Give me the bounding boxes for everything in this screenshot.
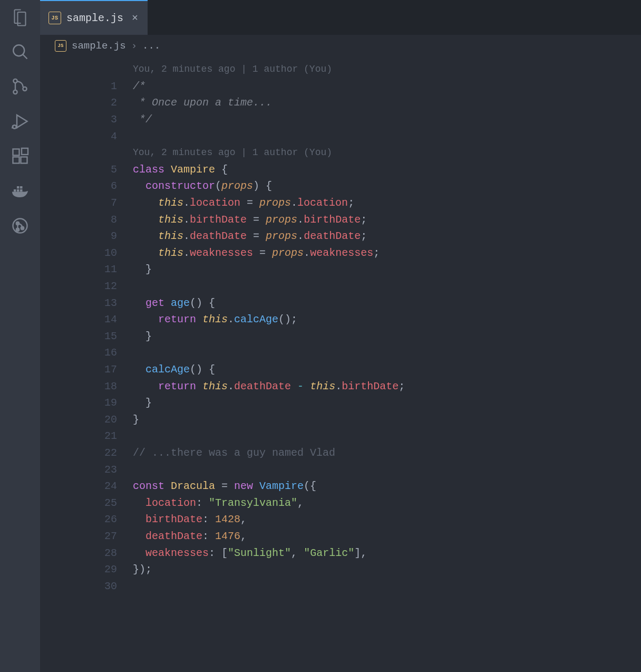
line-number: 23 — [40, 464, 133, 476]
line-number: 13 — [40, 297, 133, 309]
svg-point-4 — [23, 87, 26, 91]
code-editor[interactable]: You, 2 minutes ago | 1 author (You) 1/* … — [40, 57, 641, 672]
editor-group: JS sample.js × JS sample.js › ... You, 2… — [40, 0, 641, 672]
docker-icon[interactable] — [11, 181, 30, 200]
svg-point-3 — [13, 90, 17, 94]
line-number: 30 — [40, 580, 133, 592]
tab-sample-js[interactable]: JS sample.js × — [40, 0, 148, 35]
line-number: 12 — [40, 280, 133, 292]
svg-rect-12 — [20, 189, 23, 192]
svg-point-16 — [16, 222, 19, 225]
line-number: 29 — [40, 563, 133, 575]
line-number: 18 — [40, 380, 133, 392]
line-number: 19 — [40, 397, 133, 409]
svg-rect-13 — [17, 186, 20, 189]
svg-rect-7 — [13, 157, 20, 164]
svg-point-18 — [21, 227, 24, 229]
js-file-icon: JS — [55, 40, 66, 52]
breadcrumb-file: sample.js — [72, 40, 126, 52]
activity-bar — [0, 0, 40, 672]
svg-rect-14 — [20, 186, 23, 189]
run-debug-icon[interactable] — [11, 112, 30, 131]
svg-rect-9 — [22, 148, 28, 155]
codelens[interactable]: You, 2 minutes ago | 1 author (You) — [133, 64, 332, 74]
svg-rect-8 — [21, 157, 27, 164]
svg-rect-10 — [14, 189, 16, 192]
search-icon[interactable] — [11, 42, 30, 61]
line-number: 20 — [40, 414, 133, 426]
tabs-bar: JS sample.js × — [40, 0, 641, 35]
svg-point-17 — [16, 228, 19, 231]
svg-point-2 — [13, 79, 17, 83]
line-number: 21 — [40, 430, 133, 442]
breadcrumb[interactable]: JS sample.js › ... — [40, 35, 641, 57]
line-number: 16 — [40, 347, 133, 359]
js-file-icon: JS — [48, 12, 61, 24]
line-number: 4 — [40, 130, 133, 142]
line-number: 22 — [40, 447, 133, 459]
line-number: 24 — [40, 480, 133, 492]
line-number: 9 — [40, 230, 133, 242]
chevron-right-icon: › — [131, 40, 137, 52]
line-number: 27 — [40, 530, 133, 542]
gitlens-icon[interactable] — [11, 216, 30, 235]
svg-line-1 — [23, 55, 27, 59]
line-number: 5 — [40, 164, 133, 176]
line-number: 3 — [40, 113, 133, 126]
line-number: 25 — [40, 497, 133, 509]
line-number: 7 — [40, 197, 133, 209]
svg-rect-6 — [13, 149, 20, 156]
svg-point-0 — [13, 45, 24, 56]
line-number: 6 — [40, 180, 133, 192]
line-number: 14 — [40, 313, 133, 325]
svg-rect-11 — [17, 189, 20, 192]
line-number: 2 — [40, 97, 133, 109]
source-control-icon[interactable] — [11, 77, 30, 96]
line-number: 15 — [40, 330, 133, 342]
line-number: 8 — [40, 214, 133, 226]
line-number: 26 — [40, 513, 133, 525]
extensions-icon[interactable] — [11, 147, 30, 166]
close-icon[interactable]: × — [132, 12, 138, 24]
svg-point-15 — [13, 219, 27, 233]
codelens[interactable]: You, 2 minutes ago | 1 author (You) — [133, 147, 332, 158]
explorer-icon[interactable] — [11, 7, 30, 26]
breadcrumb-more: ... — [142, 40, 160, 52]
tab-label: sample.js — [66, 12, 123, 24]
line-number: 28 — [40, 547, 133, 559]
line-number: 17 — [40, 363, 133, 376]
line-number: 1 — [40, 80, 133, 92]
line-number: 10 — [40, 247, 133, 259]
line-number: 11 — [40, 263, 133, 275]
